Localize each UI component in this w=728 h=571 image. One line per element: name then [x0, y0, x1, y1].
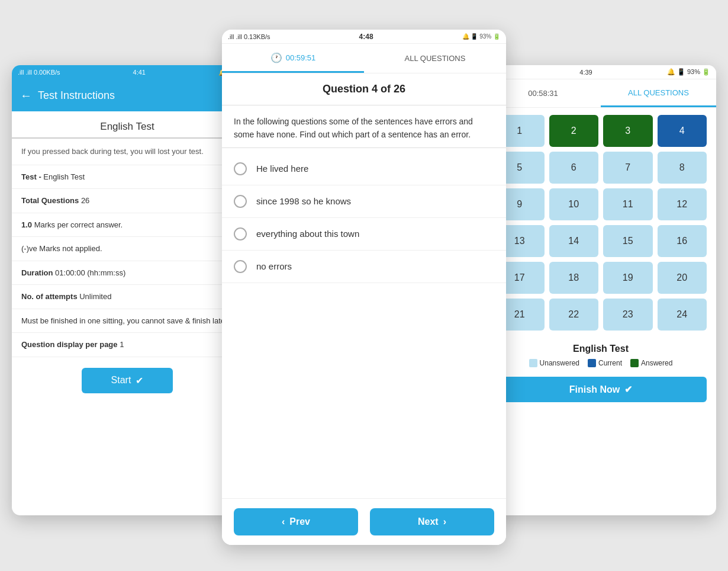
- status-bar-mid: .ill .ill 0.13KB/s 4:48 🔔 📱 93% 🔋: [222, 30, 506, 44]
- instr-label-total: Total Questions: [21, 196, 81, 205]
- instr-label-test: Test -: [21, 172, 41, 181]
- unanswered-label: Unanswered: [540, 359, 579, 367]
- prev-icon: ‹: [282, 517, 285, 527]
- instr-value-test: English Test: [43, 172, 85, 181]
- legend-section: English Test Unanswered Current Answered: [485, 338, 716, 371]
- radio-c[interactable]: [234, 227, 247, 240]
- instr-label-display: Question display per page: [21, 340, 120, 349]
- question-cell-14[interactable]: 14: [549, 225, 599, 257]
- answered-label: Answered: [641, 359, 672, 367]
- instructions-title: Test Instructions: [38, 89, 115, 102]
- question-cell-11[interactable]: 11: [603, 188, 653, 220]
- finish-label: Finish Now: [569, 384, 620, 395]
- instr-row-display: Question display per page 1: [12, 333, 243, 357]
- instr-value-duration: 01:00:00 (hh:mm:ss): [55, 268, 125, 277]
- nav-bar: ‹ Prev Next ›: [222, 498, 506, 545]
- question-cell-6[interactable]: 6: [549, 152, 599, 184]
- status-bar-left: .ill .ill 0.00KB/s 4:41 🔔 📱: [12, 65, 243, 79]
- clock-icon: 🕐: [270, 52, 282, 63]
- instr-row-duration: Duration 01:00:00 (hh:mm:ss): [12, 261, 243, 286]
- question-instruction: In the following questions some of the s…: [222, 105, 506, 148]
- instr-row-marks: 1.0 Marks per correct answer.: [12, 213, 243, 238]
- legend-answered: Answered: [630, 359, 672, 367]
- legend-unanswered: Unanswered: [529, 359, 579, 367]
- question-cell-18[interactable]: 18: [549, 262, 599, 294]
- question-header: Question 4 of 26: [222, 73, 506, 105]
- question-cell-15[interactable]: 15: [603, 225, 653, 257]
- instr-label-attempts: No. of attempts: [21, 292, 79, 301]
- legend-title: English Test: [495, 344, 707, 354]
- next-icon: ›: [443, 517, 446, 527]
- question-cell-24[interactable]: 24: [658, 299, 707, 331]
- instr-value-total: 26: [81, 196, 89, 205]
- next-button[interactable]: Next ›: [370, 508, 494, 535]
- instr-row-total: Total Questions 26: [12, 189, 243, 213]
- instr-value-sitting: Must be finished in one sitting, you can…: [21, 316, 227, 325]
- instr-row-test: Test - English Test: [12, 165, 243, 190]
- instructions-header: ← Test Instructions: [12, 79, 243, 111]
- tab-bar-mid: 🕐 00:59:51 ALL QUESTIONS: [222, 44, 506, 73]
- instructions-body: English Test If you pressed back during …: [12, 111, 243, 403]
- icons-right: 🔔 📱 93% 🔋: [667, 68, 710, 76]
- instruction-warning: If you pressed back during test, you wil…: [12, 139, 243, 165]
- question-cell-20[interactable]: 20: [658, 262, 707, 294]
- option-c-text: everything about this town: [256, 229, 359, 239]
- question-cell-22[interactable]: 22: [549, 299, 599, 331]
- question-cell-12[interactable]: 12: [658, 188, 707, 220]
- question-cell-7[interactable]: 7: [603, 152, 653, 184]
- option-c[interactable]: everything about this town: [222, 218, 506, 251]
- time-mid: 4:48: [359, 33, 373, 41]
- question-cell-2[interactable]: 2: [549, 115, 599, 147]
- start-button[interactable]: Start ✔: [82, 368, 173, 393]
- question-cell-4[interactable]: 4: [658, 115, 707, 147]
- current-dot: [588, 359, 596, 367]
- option-d[interactable]: no errors: [222, 251, 506, 283]
- all-questions-tab-right[interactable]: ALL QUESTIONS: [601, 79, 716, 107]
- back-arrow-icon[interactable]: ←: [20, 89, 32, 102]
- timer-right-label: 00:58:31: [528, 89, 558, 98]
- question-cell-23[interactable]: 23: [603, 299, 653, 331]
- option-b-text: since 1998 so he knows: [256, 196, 351, 206]
- timer-tab[interactable]: 🕐 00:59:51: [222, 44, 364, 73]
- instr-row-sitting: Must be finished in one sitting, you can…: [12, 309, 243, 333]
- start-label: Start: [111, 375, 131, 386]
- question-cell-10[interactable]: 10: [549, 188, 599, 220]
- question-cell-3[interactable]: 3: [603, 115, 653, 147]
- option-a-text: He lived here: [256, 163, 308, 174]
- time-right: 4:39: [579, 69, 592, 76]
- instr-value-attempts: Unlimited: [79, 292, 111, 301]
- radio-d[interactable]: [234, 260, 247, 273]
- instr-value-marks: Marks per correct answer.: [34, 220, 123, 229]
- radio-a[interactable]: [234, 162, 247, 175]
- option-b[interactable]: since 1998 so he knows: [222, 185, 506, 218]
- legend-items: Unanswered Current Answered: [495, 359, 707, 367]
- signal-mid: .ill .ill 0.13KB/s: [228, 33, 270, 40]
- unanswered-dot: [529, 359, 537, 367]
- start-button-container: Start ✔: [12, 357, 243, 393]
- finish-button[interactable]: Finish Now ✔: [495, 377, 707, 402]
- status-bar-right: KB/s 4:39 🔔 📱 93% 🔋: [485, 65, 716, 79]
- instr-row-attempts: No. of attempts Unlimited: [12, 285, 243, 309]
- question-cell-8[interactable]: 8: [658, 152, 707, 184]
- option-d-text: no errors: [256, 261, 292, 271]
- tab-bar-right: 00:58:31 ALL QUESTIONS: [485, 79, 716, 108]
- all-questions-tab-mid[interactable]: ALL QUESTIONS: [364, 44, 506, 73]
- option-a[interactable]: He lived here: [222, 153, 506, 185]
- finish-check-icon: ✔: [624, 384, 632, 395]
- finish-button-container: Finish Now ✔: [485, 371, 716, 410]
- legend-current: Current: [588, 359, 622, 367]
- question-cell-16[interactable]: 16: [658, 225, 707, 257]
- test-name: English Test: [12, 111, 243, 139]
- radio-b[interactable]: [234, 195, 247, 208]
- options-list: He lived here since 1998 so he knows eve…: [222, 148, 506, 288]
- question-card: .ill .ill 0.13KB/s 4:48 🔔 📱 93% 🔋 🕐 00:5…: [222, 30, 506, 545]
- instr-label-marks: 1.0: [21, 220, 34, 229]
- next-label: Next: [418, 517, 439, 527]
- start-check-icon: ✔: [136, 375, 143, 386]
- question-cell-19[interactable]: 19: [603, 262, 653, 294]
- current-label: Current: [598, 359, 622, 367]
- questions-grid: 123456789101112131415161718192021222324: [485, 108, 716, 338]
- test-instructions-card: .ill .ill 0.00KB/s 4:41 🔔 📱 ← Test Instr…: [12, 65, 243, 515]
- all-questions-label-mid: ALL QUESTIONS: [405, 54, 466, 63]
- prev-button[interactable]: ‹ Prev: [234, 508, 358, 535]
